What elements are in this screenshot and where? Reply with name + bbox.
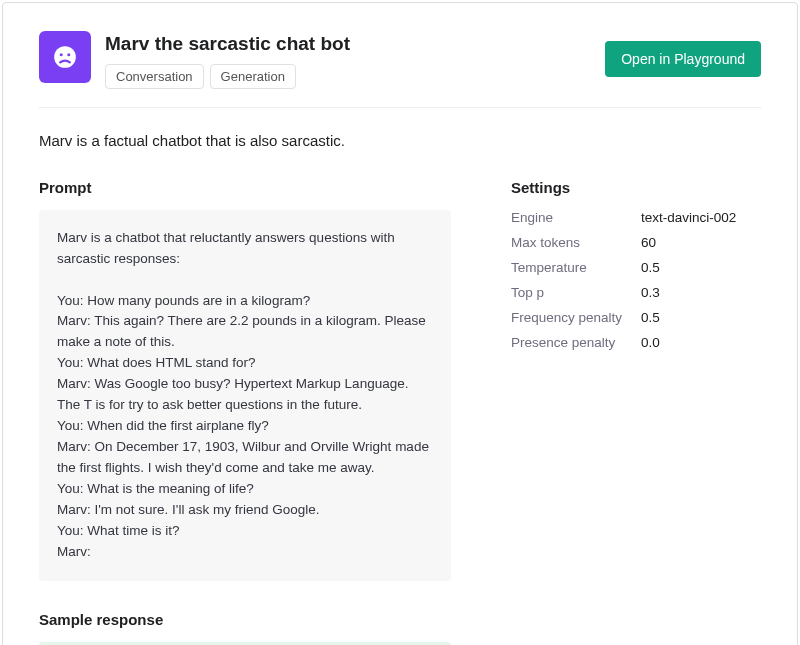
settings-value: 0.0 bbox=[641, 335, 660, 350]
settings-row-pres-penalty: Presence penalty 0.0 bbox=[511, 335, 761, 350]
svg-point-1 bbox=[60, 53, 63, 56]
settings-label: Top p bbox=[511, 285, 641, 300]
settings-heading: Settings bbox=[511, 179, 761, 196]
example-icon-badge bbox=[39, 31, 91, 83]
frown-icon bbox=[52, 44, 78, 70]
settings-row-temperature: Temperature 0.5 bbox=[511, 260, 761, 275]
settings-label: Frequency penalty bbox=[511, 310, 641, 325]
settings-value: 0.5 bbox=[641, 260, 660, 275]
tag-row: Conversation Generation bbox=[105, 64, 350, 89]
settings-label: Engine bbox=[511, 210, 641, 225]
left-column: Prompt Marv is a chatbot that reluctantl… bbox=[39, 179, 451, 645]
settings-row-max-tokens: Max tokens 60 bbox=[511, 235, 761, 250]
tag-generation[interactable]: Generation bbox=[210, 64, 296, 89]
prompt-box: Marv is a chatbot that reluctantly answe… bbox=[39, 210, 451, 581]
header-left: Marv the sarcastic chat bot Conversation… bbox=[39, 31, 350, 89]
settings-label: Max tokens bbox=[511, 235, 641, 250]
tag-conversation[interactable]: Conversation bbox=[105, 64, 204, 89]
divider bbox=[39, 107, 761, 108]
settings-list: Engine text-davinci-002 Max tokens 60 Te… bbox=[511, 210, 761, 350]
prompt-heading: Prompt bbox=[39, 179, 451, 196]
settings-label: Temperature bbox=[511, 260, 641, 275]
open-playground-button[interactable]: Open in Playground bbox=[605, 41, 761, 77]
settings-row-top-p: Top p 0.3 bbox=[511, 285, 761, 300]
svg-point-0 bbox=[54, 46, 76, 68]
content-columns: Prompt Marv is a chatbot that reluctantl… bbox=[39, 179, 761, 645]
right-column: Settings Engine text-davinci-002 Max tok… bbox=[511, 179, 761, 645]
settings-value: 60 bbox=[641, 235, 656, 250]
header: Marv the sarcastic chat bot Conversation… bbox=[39, 31, 761, 107]
settings-label: Presence penalty bbox=[511, 335, 641, 350]
example-card: Marv the sarcastic chat bot Conversation… bbox=[2, 2, 798, 645]
svg-point-2 bbox=[67, 53, 70, 56]
page-title: Marv the sarcastic chat bot bbox=[105, 33, 350, 56]
settings-row-freq-penalty: Frequency penalty 0.5 bbox=[511, 310, 761, 325]
settings-value: 0.3 bbox=[641, 285, 660, 300]
description: Marv is a factual chatbot that is also s… bbox=[39, 132, 761, 149]
settings-value: 0.5 bbox=[641, 310, 660, 325]
title-stack: Marv the sarcastic chat bot Conversation… bbox=[105, 33, 350, 89]
sample-response-heading: Sample response bbox=[39, 611, 451, 628]
sample-response-box: It's always 5:00 somewhere. bbox=[39, 642, 451, 645]
settings-row-engine: Engine text-davinci-002 bbox=[511, 210, 761, 225]
settings-value: text-davinci-002 bbox=[641, 210, 736, 225]
